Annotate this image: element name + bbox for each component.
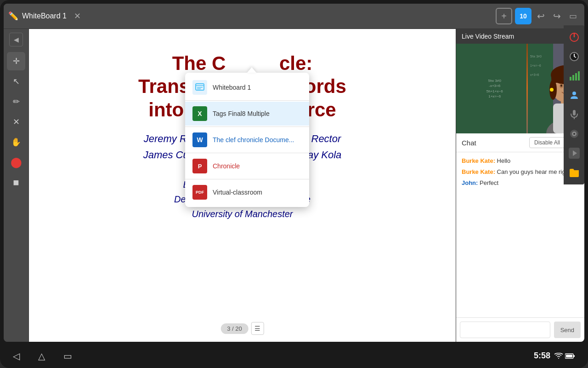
dropdown-divider-3: [185, 153, 309, 153]
power-button[interactable]: [566, 29, 582, 46]
page-number-badge: 3 / 20: [220, 323, 249, 334]
android-nav-buttons: ◁ △ ▭: [13, 351, 72, 362]
svg-rect-41: [566, 355, 572, 357]
dropdown-divider-1: [185, 100, 309, 101]
chat-text-1: Hello: [497, 157, 511, 164]
disable-all-button[interactable]: Disable All: [529, 137, 565, 148]
chalkboard-text: 5hx 3≠0-x+3=65h+1+x−61+x=−6: [485, 76, 505, 101]
nav-back-button[interactable]: ↩: [534, 9, 548, 23]
svg-rect-27: [570, 77, 571, 80]
dropdown-icon-ppt: P: [192, 159, 207, 173]
dropdown-arrow: [247, 67, 256, 73]
app-container: ✏️ WhiteBoard 1 ✕ + 10 ↩ ↪ ▭ ◀ ✛ ↖: [4, 4, 584, 342]
svg-rect-28: [572, 75, 574, 80]
chat-message-3: John: Perfect: [462, 179, 579, 187]
window-title: WhiteBoard 1: [22, 12, 67, 20]
move-tool-button[interactable]: ✛: [7, 52, 25, 70]
chat-message-1: Burke Kate: Hello: [462, 157, 579, 165]
chat-title: Chat: [462, 139, 476, 147]
home-button[interactable]: △: [38, 351, 45, 362]
side-icon-panel: [564, 29, 584, 184]
chat-input-area: Send: [456, 317, 584, 342]
chat-sender-1: Burke Kate:: [462, 157, 497, 164]
square-icon: ■: [13, 177, 19, 189]
dropdown-icon-word: W: [192, 132, 207, 147]
svg-rect-29: [575, 73, 577, 80]
pointer-tool-button[interactable]: ↖: [7, 72, 25, 91]
record-icon: ⬤: [11, 156, 22, 168]
dropdown-item-virtual[interactable]: PDF Virtual-classroom: [185, 180, 309, 204]
close-button[interactable]: ✕: [70, 9, 85, 23]
mic-button[interactable]: [566, 106, 582, 123]
svg-rect-30: [578, 71, 580, 80]
svg-rect-32: [573, 110, 576, 115]
whiteboard-title-icon: ✏️: [8, 11, 18, 21]
page-indicator: 3 / 20 ☰: [220, 322, 264, 335]
battery-icon: [565, 353, 575, 359]
dropdown-item-whiteboard1[interactable]: Whiteboard 1: [185, 75, 309, 99]
title-bar-center: + 10 ↩ ↪ ▭: [496, 8, 580, 24]
chat-input[interactable]: [460, 322, 550, 338]
dropdown-label-whiteboard1: Whiteboard 1: [213, 84, 251, 91]
video-chalkboard: 5hx 3≠0-x+3=65h+1+x−61+x=−6: [456, 44, 533, 133]
dropdown-label-virtual: Virtual-classroom: [213, 189, 262, 196]
svg-point-20: [550, 88, 554, 92]
pencil-icon: ✏: [13, 97, 20, 107]
chat-message-2: Burke Kate: Can you guys hear me right: [462, 168, 579, 176]
dropdown-popup: Whiteboard 1 X Tags Final8 Multiple: [185, 73, 309, 207]
record-button[interactable]: ⬤: [7, 153, 25, 172]
shape-button[interactable]: ■: [7, 173, 25, 192]
left-toolbar: ◀ ✛ ↖ ✏ ✕ ✋ ⬤: [4, 29, 29, 342]
svg-text:5hx 3≠0: 5hx 3≠0: [530, 55, 542, 58]
status-time: 5:58: [534, 351, 550, 361]
play-button[interactable]: [566, 145, 582, 161]
back-button[interactable]: ◁: [13, 351, 20, 362]
recent-apps-button[interactable]: ▭: [63, 351, 72, 362]
dropdown-divider-4: [185, 179, 309, 179]
add-tab-button[interactable]: +: [496, 8, 512, 24]
svg-rect-0: [196, 84, 204, 90]
title-bar: ✏️ WhiteBoard 1 ✕ + 10 ↩ ↪ ▭: [4, 4, 584, 29]
dropdown-label-clef: The clef chronicle Docume...: [213, 136, 294, 144]
folder-button[interactable]: [566, 164, 582, 181]
dropdown-icon-excel: X: [192, 106, 207, 121]
status-icons: [554, 353, 575, 359]
dropdown-divider-2: [185, 126, 309, 127]
dropdown-label-tags: Tags Final8 Multiple: [213, 110, 270, 117]
dropdown-icon-wb: [192, 80, 207, 95]
chat-sender-2: Burke Kate:: [462, 168, 497, 175]
dropdown-item-clef[interactable]: W The clef chronicle Docume...: [185, 128, 309, 152]
android-status: 5:58: [534, 351, 575, 361]
window-button[interactable]: ▭: [566, 9, 580, 23]
android-nav-bar: ◁ △ ▭ 5:58: [4, 345, 584, 366]
svg-text:x+3=6: x+3=6: [530, 73, 539, 76]
tab-count-button[interactable]: 10: [515, 8, 531, 24]
clock-button[interactable]: [566, 48, 582, 65]
affiliation-line3: University of Manchester: [192, 209, 293, 219]
content-area: ◀ ✛ ↖ ✏ ✕ ✋ ⬤: [4, 29, 584, 342]
svg-rect-40: [573, 355, 575, 357]
nav-forward-button[interactable]: ↪: [550, 9, 564, 23]
hand-icon: ✋: [11, 137, 21, 147]
wifi-icon: [554, 353, 563, 359]
dropdown-icon-pdf: PDF: [192, 185, 207, 200]
pencil-tool-button[interactable]: ✏: [7, 92, 25, 111]
title-bar-left: ✏️ WhiteBoard 1 ✕: [8, 9, 492, 23]
dropdown-item-tags[interactable]: X Tags Final8 Multiple: [185, 102, 309, 126]
dropdown-item-chronicle[interactable]: P Chronicle: [185, 154, 309, 178]
svg-point-31: [572, 92, 576, 95]
dropdown-label-chronicle: Chronicle: [213, 162, 240, 170]
svg-text:1+x=−6: 1+x=−6: [530, 64, 541, 67]
signal-button[interactable]: [566, 68, 582, 84]
toolbar-collapse-button[interactable]: ◀: [9, 33, 23, 46]
hand-tool-button[interactable]: ✋: [7, 133, 25, 151]
send-button[interactable]: Send: [554, 322, 581, 338]
eraser-icon: ✕: [13, 117, 20, 127]
page-list-button[interactable]: ☰: [251, 322, 264, 335]
pointer-icon: ↖: [13, 76, 20, 86]
video-cam-button[interactable]: [566, 126, 582, 142]
users-button[interactable]: [566, 87, 582, 104]
eraser-tool-button[interactable]: ✕: [7, 113, 25, 131]
svg-point-18: [560, 85, 562, 87]
svg-point-36: [573, 133, 575, 135]
